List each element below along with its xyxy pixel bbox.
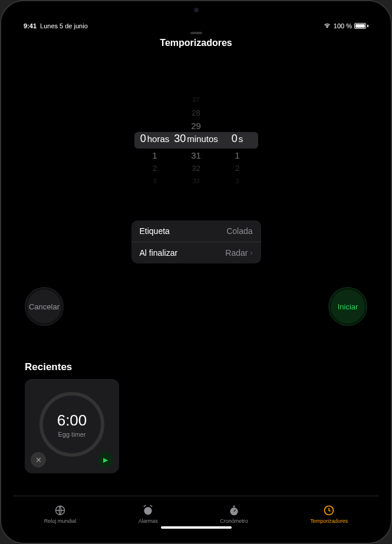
cancel-button-label: Cancelar xyxy=(29,302,60,311)
picker-minutes-column[interactable]: 27 28 29 30 minutos 31 32 33 xyxy=(176,93,217,187)
tab-label: Reloj mundial xyxy=(44,518,77,524)
recents-section: Recientes 6:00 Egg timer ✕ ▶ xyxy=(13,361,379,473)
action-row: Cancelar Iniciar xyxy=(13,287,379,326)
home-indicator[interactable] xyxy=(161,526,232,529)
alarm-icon xyxy=(141,504,154,517)
stopwatch-icon xyxy=(228,504,241,517)
chevron-right-icon: › xyxy=(251,249,253,257)
label-row[interactable]: Etiqueta Colada xyxy=(131,220,261,242)
picker-hours-value: 0 xyxy=(140,132,146,145)
recents-title: Recientes xyxy=(25,361,367,373)
recent-timer-card[interactable]: 6:00 Egg timer ✕ ▶ xyxy=(25,379,119,473)
battery-percent: 100 % xyxy=(334,22,352,29)
recent-timer-label: Egg timer xyxy=(58,431,85,438)
device-frame: 9:41 Lunes 5 de junio 100 % Temporizador… xyxy=(0,0,392,544)
page-title: Temporizadores xyxy=(13,32,379,52)
tab-label: Temporizadores xyxy=(310,518,348,524)
status-date: Lunes 5 de junio xyxy=(40,22,88,29)
multitask-pill[interactable] xyxy=(190,32,202,34)
tab-bar: Reloj mundial Alarmas Cronómetro Tempori… xyxy=(13,496,379,531)
status-time: 9:41 xyxy=(24,22,37,29)
duration-picker[interactable]: 0 horas 1 2 3 27 28 29 30 minutos xyxy=(134,81,258,199)
when-finished-title: Al finalizar xyxy=(140,248,178,258)
tab-alarms[interactable]: Alarmas xyxy=(139,504,158,524)
camera-dot xyxy=(194,8,199,12)
recent-timer-time: 6:00 xyxy=(57,411,87,430)
cancel-button[interactable]: Cancelar xyxy=(25,287,64,326)
start-button[interactable]: Iniciar xyxy=(328,287,367,326)
picker-hours-column[interactable]: 0 horas 1 2 3 xyxy=(134,93,176,187)
timer-settings-list: Etiqueta Colada Al finalizar Radar › xyxy=(131,220,261,263)
tab-stopwatch[interactable]: Cronómetro xyxy=(220,504,248,524)
tab-timers[interactable]: Temporizadores xyxy=(310,504,348,524)
svg-point-1 xyxy=(144,507,152,515)
picker-seconds-column[interactable]: 0 s 1 2 3 xyxy=(217,93,258,187)
tab-world-clock[interactable]: Reloj mundial xyxy=(44,504,77,524)
picker-minutes-unit: minutos xyxy=(187,134,218,144)
screen: 9:41 Lunes 5 de junio 100 % Temporizador… xyxy=(13,13,379,531)
globe-icon xyxy=(54,504,67,517)
when-finished-row[interactable]: Al finalizar Radar › xyxy=(131,242,261,263)
picker-hours-unit: horas xyxy=(147,134,170,144)
recent-play-button[interactable]: ▶ xyxy=(98,452,113,467)
when-finished-value: Radar xyxy=(225,248,248,258)
wifi-icon xyxy=(323,22,331,29)
timer-icon xyxy=(322,504,335,517)
status-bar: 9:41 Lunes 5 de junio 100 % xyxy=(13,20,379,32)
picker-seconds-unit: s xyxy=(239,134,243,144)
picker-seconds-value: 0 xyxy=(232,132,238,145)
start-button-label: Iniciar xyxy=(338,302,358,311)
svg-rect-3 xyxy=(233,505,235,507)
picker-minutes-value: 30 xyxy=(174,132,186,145)
tab-label: Cronómetro xyxy=(220,518,248,524)
timer-progress-ring: 6:00 Egg timer xyxy=(39,392,104,457)
close-icon: ✕ xyxy=(35,456,42,464)
tab-label: Alarmas xyxy=(139,518,158,524)
label-row-value: Colada xyxy=(226,226,252,236)
battery-icon xyxy=(354,23,368,29)
label-row-title: Etiqueta xyxy=(140,226,170,236)
recent-delete-button[interactable]: ✕ xyxy=(31,452,46,467)
play-icon: ▶ xyxy=(103,456,108,464)
